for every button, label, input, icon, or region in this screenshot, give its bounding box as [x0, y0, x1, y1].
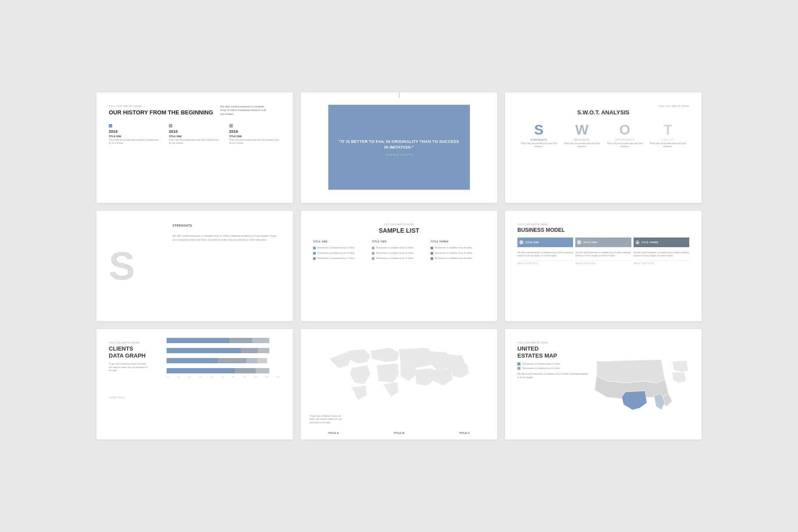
list-dot: [313, 257, 316, 260]
timeline-item-2014: 2014 TITLE ONE That's why we provide poi…: [109, 124, 160, 145]
strengths-text: We offer small businesses a complete arr…: [173, 234, 281, 242]
tab-one: TITLE ONE: [517, 238, 573, 247]
bar-seg: [256, 368, 269, 373]
swot-letter-s: S: [517, 123, 560, 137]
swot-t: T THREATS That's why we provide point an…: [646, 123, 689, 148]
list-item: Businesses a complete array of online.: [372, 252, 426, 255]
svg-point-0: [520, 241, 523, 244]
list-text: Businesses a complete array of online.: [376, 252, 414, 255]
year-2016: 2016: [229, 129, 281, 134]
list-item: Businesses a complete array of online.: [431, 252, 485, 255]
legend-dot-1: [517, 362, 520, 365]
title-graph: CLIENTS DATA GRAPH: [109, 345, 186, 359]
legend-item-1: Businesses a complete array of online.: [517, 362, 590, 365]
timeline-dot-2016: [229, 124, 233, 128]
svg-point-10: [382, 355, 384, 356]
slide-history: YOU CAN WRITE HERE OUR HISTORY FROM THE …: [96, 92, 293, 203]
swot-o: O OPPORTUNITY That's why we provide poin…: [603, 123, 646, 148]
bar-seg: [235, 368, 256, 373]
list-dot: [431, 257, 433, 260]
col-title-two: TITLE TWO: [372, 240, 426, 243]
svg-point-16: [456, 367, 458, 369]
list-item: Businesses a complete array of online.: [372, 257, 426, 260]
world-map-labels: TITLE A TITLE B TITLE C: [301, 432, 497, 434]
list-text: Businesses a complete array of online.: [317, 252, 355, 255]
eyebrow-bm: YOU CAN WRITE HERE: [517, 223, 689, 226]
quote-author: CONRAD HILTON: [385, 153, 413, 156]
slide-grid: YOU CAN WRITE HERE OUR HISTORY FROM THE …: [96, 92, 702, 440]
title-history: OUR HISTORY FROM THE BEGINNING: [109, 109, 213, 116]
subtitle-history: We offer small businesses a complete arr…: [220, 105, 268, 120]
eyebrow-graph: YOU CAN WRITE HERE: [109, 341, 186, 344]
swot-row: S STRENGHTS That's why we provide point …: [517, 123, 689, 148]
us-map-svg-container: [589, 342, 697, 431]
swot-letter-t: T: [646, 123, 689, 137]
tab-link-one: WRITE YOUR TITLE: [517, 260, 573, 265]
title-us: UNITED ESTATES MAP: [517, 345, 590, 359]
timeline-item-2015: 2015 TITLE ONE That's why we provide poi…: [169, 124, 220, 145]
swot-w: W WEAKNESS That's why we provide point a…: [560, 123, 603, 148]
list-text: Businesses a complete array of online.: [376, 257, 414, 260]
slide-swot: YOU CAN WRITE HERE S.W.O.T. ANALYSIS S S…: [505, 92, 702, 203]
list-dot: [431, 247, 433, 249]
list-col-one: TITLE ONE Businesses a complete array of…: [313, 240, 367, 262]
bar-seg: [241, 348, 258, 353]
list-col-three: TITLE THREE Businesses a complete array …: [431, 240, 485, 262]
strengths-label: STRENGHTS: [173, 224, 281, 227]
slide-data-graph: YOU CAN WRITE HERE CLIENTS DATA GRAPH To…: [96, 329, 293, 440]
svg-point-12: [438, 359, 439, 361]
subtitle-graph: To get your company's name out there, yo…: [109, 362, 148, 372]
list-item: Businesses a complete array of online.: [313, 257, 367, 260]
slide-world-map: To get your company's name out there, yo…: [301, 329, 497, 440]
svg-point-15: [357, 374, 359, 376]
quote-text: "IT IS BETTER TO FAIL IN ORIGINALITY THA…: [337, 139, 461, 151]
bar-seg: [252, 338, 269, 343]
map-label-b: TITLE B: [394, 432, 405, 434]
world-map-container: [305, 333, 493, 422]
swot-label-s: STRENGHTS: [517, 138, 560, 141]
list-text: Businesses a complete array of online.: [435, 257, 473, 260]
list-text: Businesses a complete array of online.: [317, 246, 355, 249]
bm-tab-contents: We offer small businesses a complete arr…: [517, 252, 689, 265]
tab-content-one: We offer small businesses a complete arr…: [517, 252, 573, 265]
tab-link-three: WRITE YOUR TITLE: [634, 260, 689, 265]
swot-text-o: That's why we provide point and click so…: [603, 142, 646, 148]
quote-inner: "IT IS BETTER TO FAIL IN ORIGINALITY THA…: [301, 92, 497, 203]
eyebrow-us: YOU CAN WRITE HERE: [517, 341, 590, 344]
tl-title-2016: TITLE ONE: [229, 135, 281, 138]
tl-text-2016: That's why we provide point and click so…: [229, 138, 281, 145]
svg-point-9: [357, 358, 359, 360]
tl-text-2015: That's why we provide point and click so…: [169, 138, 220, 145]
slide-strengths: S STRENGHTS We offer small businesses a …: [96, 211, 293, 321]
swot-letter-w: W: [560, 123, 603, 137]
list-text: Businesses a complete array of online.: [376, 246, 414, 249]
tab-label-three: TITLE THREE: [641, 241, 659, 244]
us-desc: We offer small businesses a complete arr…: [517, 372, 590, 379]
list-item: Businesses a complete array of online.: [431, 246, 485, 249]
list-dot: [372, 247, 374, 249]
tab-text-three: We offer small businesses a complete arr…: [634, 252, 689, 258]
bar-seg: [258, 358, 267, 363]
slide-quote: "IT IS BETTER TO FAIL IN ORIGINALITY THA…: [301, 92, 497, 203]
list-dot: [372, 257, 374, 260]
list-dot: [313, 247, 316, 249]
list-col-two: TITLE TWO Businesses a complete array of…: [372, 240, 426, 262]
tl-text-2014: That's why we provide point and click so…: [109, 138, 160, 145]
year-2014: 2014: [109, 129, 160, 134]
timeline-item-2016: 2016 TITLE ONE That's why we provide poi…: [229, 124, 281, 145]
title-sample: SAMPLE LIST: [313, 227, 485, 234]
list-text: Businesses a complete array of online.: [435, 252, 473, 255]
timeline-dot-2014: [109, 124, 112, 128]
swot-text-s: That's why we provide point and click so…: [517, 142, 560, 148]
legend-text-2: Businesses a complete array of online.: [523, 367, 560, 370]
legend-item-2: Businesses a complete array of online.: [517, 367, 590, 370]
tab-link-two: WRITE YOUR TITLE: [575, 260, 631, 265]
slide-business-model: YOU CAN WRITE HERE BUSINESS MODEL TITLE …: [505, 211, 702, 321]
list-text: Businesses a complete array of online.: [317, 257, 355, 260]
tab-icon-one: [519, 240, 524, 245]
list-item: Businesses a complete array of online.: [372, 246, 426, 249]
svg-point-14: [387, 370, 389, 372]
tab-icon-three: [635, 240, 640, 245]
strengths-content: STRENGHTS We offer small businesses a co…: [173, 224, 281, 242]
swot-text-w: That's why we provide point and click so…: [560, 142, 603, 148]
